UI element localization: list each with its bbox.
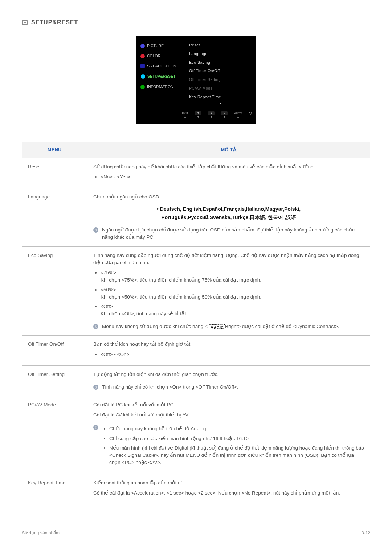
section-header: SETUP&RESET bbox=[22, 18, 370, 27]
osd-item-picture: PICTURE bbox=[147, 43, 164, 49]
menu-eco: Eco Saving bbox=[22, 246, 87, 335]
osd-down-arrow-icon: ▾ bbox=[189, 101, 252, 106]
setup-icon bbox=[141, 74, 145, 79]
keyrepeat-desc1: Kiểm soát thời gian hoãn lặp của một nút… bbox=[93, 479, 364, 487]
note-icon: ⦸ bbox=[93, 227, 98, 233]
th-menu: MENU bbox=[22, 142, 87, 158]
eco-desc: Tính năng này cung cấp người dùng chế độ… bbox=[93, 252, 364, 267]
pcav-desc1: Cài đặt là PC khi kết nối với một PC. bbox=[93, 401, 364, 409]
note-icon: ⦸ bbox=[93, 425, 98, 430]
osd-arrow-icon: ▾ bbox=[224, 115, 225, 119]
osd-right-pcav: PC/AV Mode bbox=[189, 84, 252, 93]
osd-item-size: SIZE&POSITION bbox=[147, 63, 176, 69]
osd-auto-label: AUTO bbox=[234, 111, 242, 116]
osd-screenshot: PICTURE COLOR SIZE&POSITION SETUP&RESET … bbox=[22, 36, 370, 124]
osd-right-language: Language bbox=[189, 50, 252, 58]
setup-reset-icon bbox=[22, 20, 28, 25]
osd-power-icon: ⏻ bbox=[249, 111, 252, 116]
table-row: Eco Saving Tính năng này cung cấp người … bbox=[22, 246, 370, 335]
page-footer: Sử dụng sản phẩm 3-12 bbox=[22, 530, 370, 536]
size-icon bbox=[140, 64, 145, 68]
pcav-note3: Nếu màn hình (khi cài đặt về Digital (kĩ… bbox=[109, 444, 364, 467]
keyrepeat-desc2: Có thể cài đặt là <Acceleration>, <1 sec… bbox=[93, 489, 364, 497]
osd-exit-label: EXIT bbox=[182, 111, 188, 116]
osd-exit-arrow-icon: ▾ bbox=[184, 116, 186, 120]
note-icon: ⦸ bbox=[93, 385, 98, 390]
footer-right: 3-12 bbox=[362, 530, 370, 536]
osd-right-offtimer: Off Timer On/Off bbox=[189, 67, 252, 75]
osd-btn2-icon: ▴ bbox=[208, 111, 215, 115]
eco-opt-75-desc: Khi chọn <75%>, tiêu thụ điện chiếm khoả… bbox=[101, 277, 261, 283]
eco-opt-75: <75%> bbox=[101, 270, 116, 275]
osd-arrow-icon: ▾ bbox=[211, 115, 212, 119]
osd-arrow-icon: ▾ bbox=[197, 115, 199, 119]
menu-offtimer: Off Timer On/Off bbox=[22, 335, 87, 366]
footer-divider bbox=[22, 515, 370, 515]
eco-note-post: Bright> được cài đặt ở chế độ <Dynamic C… bbox=[225, 324, 339, 329]
menu-offtimerset: Off Timer Setting bbox=[22, 366, 87, 396]
eco-opt-50: <50%> bbox=[101, 287, 116, 292]
language-list-2: Português,Русский,Svenska,Türkçe,日本語, 한국… bbox=[93, 213, 364, 221]
osd-right-offtimerset: Off Timer Setting bbox=[189, 75, 252, 84]
offtimer-options: <Off> - <On> bbox=[101, 351, 364, 358]
reset-desc: Sử dụng chức năng này để khôi phục các t… bbox=[93, 163, 364, 171]
language-note: Ngôn ngữ được lựa chọn chỉ được sử dụng … bbox=[102, 226, 364, 241]
offtimerset-note: Tính năng này chỉ có khi chọn <On> trong… bbox=[102, 383, 364, 391]
language-desc: Chọn một ngôn ngữ cho OSD. bbox=[93, 193, 364, 201]
eco-note-pre: Menu này không sử dụng được khi chức năn… bbox=[102, 324, 209, 329]
eco-opt-off: <Off> bbox=[101, 304, 113, 309]
menu-pcav: PC/AV Mode bbox=[22, 396, 87, 474]
pcav-note2: Chỉ cung cấp cho các kiểu màn hình rộng … bbox=[109, 435, 364, 442]
eco-note: Menu này không sử dụng được khi chức năn… bbox=[102, 323, 364, 330]
th-desc: MÔ TẢ bbox=[87, 142, 370, 158]
samsung-magic-icon: SAMSUNGMAGIC bbox=[209, 323, 225, 329]
color-icon bbox=[140, 54, 145, 58]
footer-left: Sử dụng sản phẩm bbox=[22, 530, 60, 536]
picture-icon bbox=[140, 44, 145, 48]
menu-language: Language bbox=[22, 188, 87, 247]
eco-opt-off-desc: Khi chọn <Off>, tính năng này sẽ bị tắt. bbox=[101, 311, 187, 316]
offtimer-desc: Bạn có thể kích hoạt hay tắt bộ định giờ… bbox=[93, 341, 364, 348]
table-row: Reset Sử dụng chức năng này để khôi phục… bbox=[22, 158, 370, 188]
osd-right-reset: Reset bbox=[189, 41, 252, 50]
menu-description-table: MENU MÔ TẢ Reset Sử dụng chức năng này đ… bbox=[22, 142, 370, 502]
osd-right-eco: Eco Saving bbox=[189, 58, 252, 67]
osd-btn1-icon: ▾ bbox=[195, 111, 201, 115]
osd-auto-arrow-icon: ▾ bbox=[237, 116, 239, 120]
osd-item-color: COLOR bbox=[147, 53, 160, 59]
menu-keyrepeat: Key Repeat Time bbox=[22, 474, 87, 502]
osd-btn3-icon: ▸ bbox=[221, 111, 228, 115]
osd-right-keyrepeat: Key Repeat Time bbox=[189, 93, 252, 102]
menu-reset: Reset bbox=[22, 158, 87, 188]
info-icon bbox=[140, 85, 145, 89]
offtimerset-desc: Tự động tắt nguồn điện khi đã đến thời g… bbox=[93, 371, 364, 378]
osd-item-info: INFORMATION bbox=[147, 84, 173, 90]
table-row: Off Timer On/Off Bạn có thể kích hoạt ha… bbox=[22, 335, 370, 366]
pcav-desc2: Cài đặt là AV khi kết nối với một thiết … bbox=[93, 411, 364, 419]
note-icon: ⦸ bbox=[93, 324, 98, 329]
language-list-1: • Deutsch, English,Español,Français,Ital… bbox=[93, 205, 364, 213]
section-title: SETUP&RESET bbox=[31, 18, 78, 27]
osd-item-setup: SETUP&RESET bbox=[147, 74, 176, 79]
osd-right-menu: Reset Language Eco Saving Off Timer On/O… bbox=[183, 41, 252, 106]
osd-footer: EXIT▾ ▾▾ ▴▾ ▸▾ AUTO▾ ⏻ bbox=[136, 109, 256, 124]
table-row: Language Chọn một ngôn ngữ cho OSD. • De… bbox=[22, 188, 370, 247]
table-row: Key Repeat Time Kiểm soát thời gian hoãn… bbox=[22, 474, 370, 502]
reset-options: <No> - <Yes> bbox=[101, 173, 364, 181]
table-row: Off Timer Setting Tự động tắt nguồn điện… bbox=[22, 366, 370, 396]
table-row: PC/AV Mode Cài đặt là PC khi kết nối với… bbox=[22, 396, 370, 474]
eco-opt-50-desc: Khi chọn <50%>, tiêu thụ điện chiếm khoả… bbox=[101, 294, 261, 300]
pcav-note1: Chức năng này không hỗ trợ chế độ Analog… bbox=[109, 425, 364, 432]
osd-left-menu: PICTURE COLOR SIZE&POSITION SETUP&RESET … bbox=[140, 41, 183, 106]
